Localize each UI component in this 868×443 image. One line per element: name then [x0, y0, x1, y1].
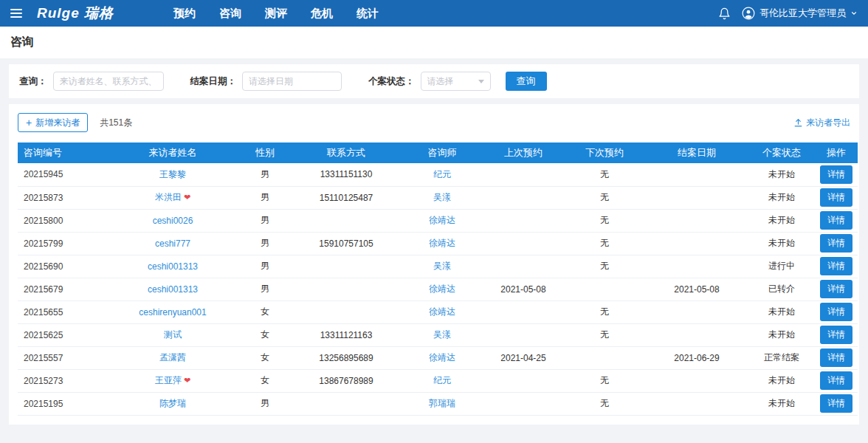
counselor-link[interactable]: 徐靖达 [402, 346, 483, 369]
detail-button[interactable]: 详情 [820, 211, 852, 230]
col-last-appointment: 上次预约 [483, 142, 564, 163]
counselor-link[interactable]: 徐靖达 [402, 301, 483, 323]
counselor-link[interactable]: 吴漾 [402, 323, 483, 346]
visitor-name-link[interactable]: 王亚萍 [155, 375, 182, 385]
add-visitor-button[interactable]: + 新增来访者 [18, 113, 88, 132]
next-appointment-cell: 无 [564, 209, 645, 232]
next-appointment-cell: 无 [564, 163, 645, 186]
nav-item-statistics[interactable]: 统计 [354, 7, 381, 21]
detail-button[interactable]: 详情 [820, 371, 852, 390]
detail-button[interactable]: 详情 [820, 188, 852, 207]
next-appointment-cell: 无 [564, 232, 645, 255]
actions-cell: 详情 [815, 278, 858, 301]
col-next-appointment: 下次预约 [564, 142, 645, 163]
user-menu[interactable]: 哥伦比亚大学管理员 [742, 7, 858, 20]
case-status-cell: 未开始 [748, 232, 815, 255]
visitor-name-link[interactable]: 王黎黎 [159, 169, 186, 179]
nav-item-crisis[interactable]: 危机 [309, 7, 335, 21]
nav-item-consult[interactable]: 咨询 [217, 7, 244, 21]
last-appointment-cell [483, 255, 564, 278]
bell-icon[interactable] [718, 7, 731, 20]
visitor-name-link[interactable]: 孟潇茜 [159, 352, 186, 363]
last-appointment-cell: 2021-04-25 [483, 346, 564, 369]
counselor-link[interactable]: 纪元 [402, 369, 483, 392]
next-appointment-cell: 无 [564, 369, 645, 392]
visitor-name-link[interactable]: ceshi0026 [153, 216, 193, 226]
close-date-input[interactable] [242, 72, 342, 91]
table-row: 20215690 ceshi001313 男 吴漾 无 进行中 详情 [18, 255, 858, 278]
counselor-link[interactable]: 徐靖达 [402, 232, 483, 255]
visitor-name-link[interactable]: ceshi001313 [148, 284, 198, 295]
col-case-status: 个案状态 [748, 142, 815, 163]
case-status-cell: 未开始 [748, 186, 815, 209]
consult-id-cell: 20215873 [18, 186, 106, 209]
last-appointment-cell [483, 301, 564, 323]
table-row: 20215273 王亚萍❤ 女 13867678989 纪元 无 未开始 详情 [18, 369, 858, 392]
table-row: 20215679 ceshi001313 男 徐靖达 2021-05-08 20… [18, 278, 858, 301]
counselor-link[interactable]: 吴漾 [402, 255, 483, 278]
counselor-link[interactable]: 郭瑞瑞 [402, 392, 483, 415]
nav-item-assessment[interactable]: 测评 [263, 7, 289, 21]
hamburger-menu-icon[interactable] [10, 9, 22, 18]
case-status-cell: 未开始 [748, 392, 815, 415]
counselor-link[interactable]: 徐靖达 [402, 209, 483, 232]
detail-button[interactable]: 详情 [820, 348, 852, 367]
visitor-export-link[interactable]: 来访者导出 [793, 117, 850, 129]
detail-button[interactable]: 详情 [820, 257, 852, 275]
close-date-cell: 2021-06-29 [645, 346, 748, 369]
visitor-name-cell: ceshi777 [106, 232, 239, 255]
search-button[interactable]: 查询 [506, 72, 547, 91]
counselor-link[interactable]: 吴漾 [402, 186, 483, 209]
actions-cell: 详情 [815, 186, 858, 209]
visitor-name-link[interactable]: 陈梦瑞 [159, 398, 186, 408]
visitor-name-cell: 王亚萍❤ [106, 369, 239, 392]
actions-cell: 详情 [815, 232, 858, 255]
query-input[interactable] [53, 72, 164, 91]
visitor-name-link[interactable]: ceshirenyuan001 [139, 307, 206, 317]
export-label: 来访者导出 [806, 117, 850, 129]
app-logo[interactable]: Rulge 瑞格 [37, 4, 114, 23]
visitor-name-link[interactable]: ceshi001313 [148, 261, 198, 272]
counselor-link[interactable]: 纪元 [402, 163, 483, 186]
plus-icon: + [26, 117, 32, 128]
consult-id-cell: 20215195 [18, 392, 106, 415]
phone-cell: 15110125487 [291, 186, 402, 209]
heart-icon: ❤ [184, 193, 190, 202]
close-date-cell [645, 232, 748, 255]
status-filter-group: 个案状态： 请选择 [368, 72, 491, 91]
phone-cell [291, 255, 402, 278]
detail-button[interactable]: 详情 [820, 234, 852, 253]
user-avatar-icon [742, 7, 755, 20]
case-status-select[interactable]: 请选择 [421, 72, 491, 91]
detail-button[interactable]: 详情 [820, 303, 852, 321]
user-name: 哥伦比亚大学管理员 [760, 7, 846, 20]
detail-button[interactable]: 详情 [820, 165, 852, 184]
top-navbar: Rulge 瑞格 预约 咨询 测评 危机 统计 哥伦比亚大学管理员 [0, 0, 868, 27]
last-appointment-cell [483, 323, 564, 346]
main-card: + 新增来访者 共151条 来访者导出 咨询编号 来访者姓名 性别 联系方式 咨… [9, 104, 859, 425]
page-title: 咨询 [0, 27, 868, 58]
visitor-name-link[interactable]: 米洪田 [155, 192, 182, 202]
case-status-cell: 已转介 [748, 278, 815, 301]
detail-button[interactable]: 详情 [820, 394, 852, 413]
actions-cell: 详情 [815, 323, 858, 346]
counselor-link[interactable]: 徐靖达 [402, 278, 483, 301]
nav-item-appointment[interactable]: 预约 [171, 7, 198, 21]
actions-cell: 详情 [815, 369, 858, 392]
visitor-name-link[interactable]: 测试 [164, 329, 182, 340]
close-date-cell [645, 209, 748, 232]
case-status-cell: 未开始 [748, 301, 815, 323]
list-toolbar: + 新增来访者 共151条 来访者导出 [18, 113, 850, 132]
col-consult-id: 咨询编号 [18, 142, 106, 163]
phone-cell: 15910757105 [291, 232, 402, 255]
detail-button[interactable]: 详情 [820, 280, 852, 298]
consult-id-cell: 20215945 [18, 163, 106, 186]
next-appointment-cell: 无 [564, 255, 645, 278]
col-close-date: 结案日期 [645, 142, 748, 163]
gender-cell: 男 [239, 255, 291, 278]
consult-table: 咨询编号 来访者姓名 性别 联系方式 咨询师 上次预约 下次预约 结案日期 个案… [18, 142, 858, 416]
close-date-cell [645, 255, 748, 278]
visitor-name-link[interactable]: ceshi777 [155, 238, 190, 249]
close-date-cell [645, 163, 748, 186]
detail-button[interactable]: 详情 [820, 326, 852, 344]
